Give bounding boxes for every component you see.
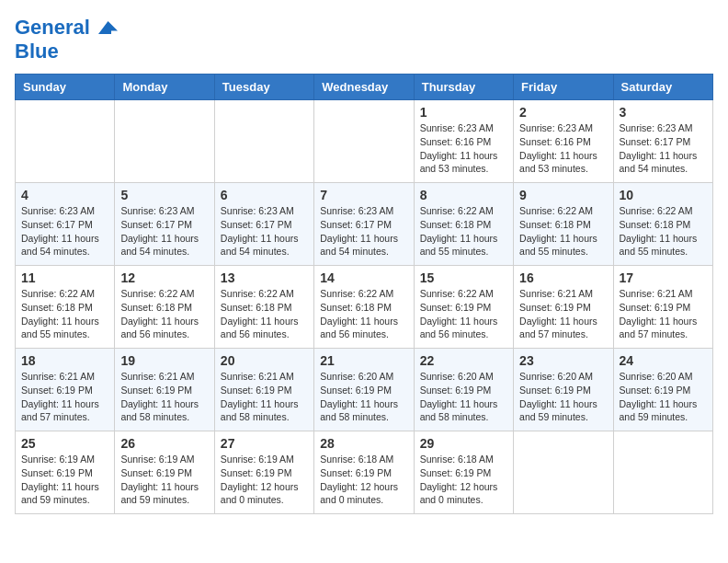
week-row-1: 1Sunrise: 6:23 AM Sunset: 6:16 PM Daylig… [16,100,713,183]
day-info: Sunrise: 6:20 AM Sunset: 6:19 PM Dayligh… [420,370,507,424]
day-number: 10 [620,188,707,202]
week-row-3: 11Sunrise: 6:22 AM Sunset: 6:18 PM Dayli… [16,266,713,349]
calendar-cell: 21Sunrise: 6:20 AM Sunset: 6:19 PM Dayli… [314,349,414,431]
day-info: Sunrise: 6:22 AM Sunset: 6:19 PM Dayligh… [420,287,507,341]
calendar-cell: 28Sunrise: 6:18 AM Sunset: 6:19 PM Dayli… [314,431,414,514]
day-number: 22 [420,353,507,368]
calendar-cell: 11Sunrise: 6:22 AM Sunset: 6:18 PM Dayli… [16,266,115,349]
day-info: Sunrise: 6:22 AM Sunset: 6:18 PM Dayligh… [221,287,308,341]
calendar-cell: 29Sunrise: 6:18 AM Sunset: 6:19 PM Dayli… [414,431,513,514]
day-number: 20 [221,353,308,368]
calendar-cell: 13Sunrise: 6:22 AM Sunset: 6:18 PM Dayli… [214,266,313,349]
week-row-2: 4Sunrise: 6:23 AM Sunset: 6:17 PM Daylig… [16,183,713,266]
day-info: Sunrise: 6:21 AM Sunset: 6:19 PM Dayligh… [519,287,607,341]
week-row-4: 18Sunrise: 6:21 AM Sunset: 6:19 PM Dayli… [16,349,713,431]
day-number: 15 [420,270,507,285]
day-number: 24 [620,353,707,368]
day-info: Sunrise: 6:20 AM Sunset: 6:19 PM Dayligh… [620,370,707,424]
day-header-friday: Friday [514,75,613,100]
day-number: 4 [21,188,108,202]
day-number: 21 [320,353,407,368]
day-number: 28 [320,436,407,451]
day-header-monday: Monday [115,75,214,100]
calendar-cell: 1Sunrise: 6:23 AM Sunset: 6:16 PM Daylig… [414,100,513,183]
day-number: 5 [120,188,208,202]
day-number: 25 [21,436,108,451]
day-info: Sunrise: 6:23 AM Sunset: 6:17 PM Dayligh… [221,204,308,259]
day-number: 27 [221,436,308,451]
day-info: Sunrise: 6:20 AM Sunset: 6:19 PM Dayligh… [519,370,607,424]
day-number: 6 [221,188,308,202]
calendar-cell: 26Sunrise: 6:19 AM Sunset: 6:19 PM Dayli… [115,431,214,514]
calendar-cell: 9Sunrise: 6:22 AM Sunset: 6:18 PM Daylig… [514,183,613,266]
day-info: Sunrise: 6:22 AM Sunset: 6:18 PM Dayligh… [620,204,707,259]
logo: General Blue [15,15,118,63]
calendar-cell: 6Sunrise: 6:23 AM Sunset: 6:17 PM Daylig… [214,183,313,266]
day-header-tuesday: Tuesday [214,75,313,100]
day-info: Sunrise: 6:20 AM Sunset: 6:19 PM Dayligh… [320,370,407,424]
day-number: 2 [519,105,607,120]
calendar-cell: 17Sunrise: 6:21 AM Sunset: 6:19 PM Dayli… [613,266,712,349]
day-info: Sunrise: 6:22 AM Sunset: 6:18 PM Dayligh… [21,287,108,341]
day-info: Sunrise: 6:23 AM Sunset: 6:17 PM Dayligh… [620,121,707,176]
day-number: 1 [420,105,507,120]
calendar-cell [214,100,313,183]
calendar-cell: 18Sunrise: 6:21 AM Sunset: 6:19 PM Dayli… [16,349,115,431]
calendar-cell: 2Sunrise: 6:23 AM Sunset: 6:16 PM Daylig… [514,100,613,183]
calendar-cell: 19Sunrise: 6:21 AM Sunset: 6:19 PM Dayli… [115,349,214,431]
day-number: 7 [320,188,407,202]
day-number: 3 [620,105,707,120]
calendar-cell: 8Sunrise: 6:22 AM Sunset: 6:18 PM Daylig… [414,183,513,266]
calendar-cell: 16Sunrise: 6:21 AM Sunset: 6:19 PM Dayli… [514,266,613,349]
calendar-cell [514,431,613,514]
calendar-cell [16,100,115,183]
day-info: Sunrise: 6:23 AM Sunset: 6:17 PM Dayligh… [120,204,208,259]
day-number: 9 [519,188,607,202]
week-row-5: 25Sunrise: 6:19 AM Sunset: 6:19 PM Dayli… [16,431,713,514]
day-info: Sunrise: 6:22 AM Sunset: 6:18 PM Dayligh… [519,204,607,259]
day-number: 12 [120,270,208,285]
day-info: Sunrise: 6:19 AM Sunset: 6:19 PM Dayligh… [21,453,108,507]
day-info: Sunrise: 6:22 AM Sunset: 6:18 PM Dayligh… [320,287,407,341]
logo-text-blue: Blue [15,40,118,63]
day-info: Sunrise: 6:23 AM Sunset: 6:16 PM Dayligh… [420,121,507,176]
day-info: Sunrise: 6:19 AM Sunset: 6:19 PM Dayligh… [120,453,208,507]
day-info: Sunrise: 6:21 AM Sunset: 6:19 PM Dayligh… [620,287,707,341]
day-number: 19 [120,353,208,368]
logo-text: General [15,17,90,39]
calendar-cell: 12Sunrise: 6:22 AM Sunset: 6:18 PM Dayli… [115,266,214,349]
calendar-cell: 27Sunrise: 6:19 AM Sunset: 6:19 PM Dayli… [214,431,313,514]
day-info: Sunrise: 6:21 AM Sunset: 6:19 PM Dayligh… [120,370,208,424]
day-info: Sunrise: 6:22 AM Sunset: 6:18 PM Dayligh… [120,287,208,341]
day-info: Sunrise: 6:19 AM Sunset: 6:19 PM Dayligh… [221,453,308,507]
day-number: 17 [620,270,707,285]
day-number: 26 [120,436,208,451]
calendar-cell: 4Sunrise: 6:23 AM Sunset: 6:17 PM Daylig… [16,183,115,266]
day-number: 16 [519,270,607,285]
day-info: Sunrise: 6:23 AM Sunset: 6:17 PM Dayligh… [21,204,108,259]
day-number: 14 [320,270,407,285]
day-info: Sunrise: 6:21 AM Sunset: 6:19 PM Dayligh… [221,370,308,424]
day-number: 11 [21,270,108,285]
calendar-cell [115,100,214,183]
calendar-table: SundayMondayTuesdayWednesdayThursdayFrid… [15,74,713,514]
day-number: 8 [420,188,507,202]
calendar-cell: 25Sunrise: 6:19 AM Sunset: 6:19 PM Dayli… [16,431,115,514]
calendar-cell: 14Sunrise: 6:22 AM Sunset: 6:18 PM Dayli… [314,266,414,349]
day-info: Sunrise: 6:23 AM Sunset: 6:17 PM Dayligh… [320,204,407,259]
day-info: Sunrise: 6:23 AM Sunset: 6:16 PM Dayligh… [519,121,607,176]
day-number: 23 [519,353,607,368]
calendar-cell: 22Sunrise: 6:20 AM Sunset: 6:19 PM Dayli… [414,349,513,431]
calendar-cell: 7Sunrise: 6:23 AM Sunset: 6:17 PM Daylig… [314,183,414,266]
day-header-thursday: Thursday [414,75,513,100]
svg-marker-0 [98,21,118,34]
calendar-cell [314,100,414,183]
header: General Blue [15,15,713,63]
header-row: SundayMondayTuesdayWednesdayThursdayFrid… [16,75,713,100]
calendar-cell: 24Sunrise: 6:20 AM Sunset: 6:19 PM Dayli… [613,349,712,431]
day-info: Sunrise: 6:22 AM Sunset: 6:18 PM Dayligh… [420,204,507,259]
day-info: Sunrise: 6:18 AM Sunset: 6:19 PM Dayligh… [320,453,407,507]
calendar-cell: 10Sunrise: 6:22 AM Sunset: 6:18 PM Dayli… [613,183,712,266]
day-header-sunday: Sunday [16,75,115,100]
calendar-cell: 23Sunrise: 6:20 AM Sunset: 6:19 PM Dayli… [514,349,613,431]
